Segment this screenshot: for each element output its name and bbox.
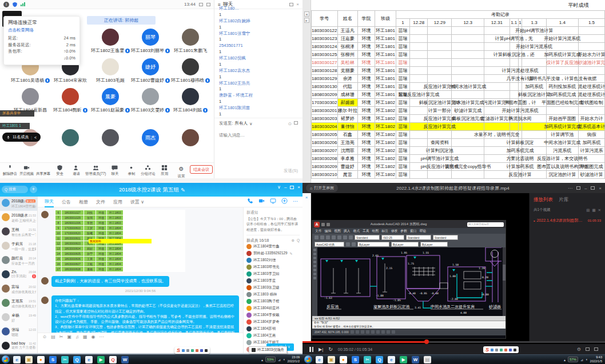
conversation-item[interactable]: 王旭东 19:51 成功接收离线文件 bbox=[0, 297, 37, 311]
taskbar-app-icon[interactable]: e bbox=[388, 356, 395, 363]
conversation-item[interactable]: Zn. 20:04 [分享消息] 1 bbox=[0, 268, 37, 282]
sheet-cell[interactable] bbox=[484, 122, 510, 130]
image-icon[interactable]: ▦ bbox=[83, 334, 87, 339]
sheet-cell[interactable] bbox=[452, 66, 484, 74]
sheet-cell[interactable] bbox=[410, 106, 428, 114]
col-header-class[interactable]: 班级 bbox=[375, 10, 396, 26]
nav-forward-icon[interactable]: ▸ bbox=[304, 18, 309, 23]
participant-tile[interactable]: 环工1803文雯婷 bbox=[130, 88, 170, 113]
more-menu-icon[interactable]: ⋯ bbox=[568, 186, 572, 191]
sheet-cell[interactable]: 管线图绘制 bbox=[578, 98, 604, 106]
toolbar-button[interactable]: 开启视频 bbox=[19, 165, 34, 177]
sheet-cell[interactable] bbox=[452, 122, 484, 130]
start-button[interactable] bbox=[304, 355, 312, 363]
sheet-cell[interactable]: 余涛 bbox=[337, 74, 358, 82]
sender-avatar[interactable] bbox=[41, 297, 49, 304]
sheet-cell[interactable] bbox=[578, 106, 604, 114]
sheet-cell[interactable]: 平面布置图，计 bbox=[518, 98, 522, 106]
sheet-cell[interactable] bbox=[484, 170, 510, 178]
sheet-cell[interactable]: 党丽豪 bbox=[337, 66, 358, 74]
taskbar-app-icon[interactable]: Q bbox=[376, 356, 383, 363]
sheet-cell[interactable]: 反应池计算 bbox=[518, 170, 522, 178]
sheet-cell[interactable]: 环境 bbox=[358, 42, 375, 50]
toolbar-button[interactable]: 邀请 bbox=[69, 165, 84, 177]
sheet-cell[interactable]: 环境 bbox=[358, 114, 375, 122]
more-icon[interactable]: ⋯ bbox=[293, 198, 298, 204]
attendance-header[interactable]: 考勤记录 bbox=[396, 10, 604, 18]
sheet-cell[interactable]: 李卓雅 bbox=[337, 154, 358, 162]
sheet-cell[interactable] bbox=[428, 26, 452, 34]
sheet-cell[interactable]: 苗瑞 bbox=[396, 130, 409, 138]
add-folder-icon[interactable]: ▦ bbox=[592, 208, 595, 213]
volume-tray-icon[interactable]: ◖ bbox=[283, 358, 285, 361]
member-row[interactable]: 环工1803张卫婕 bbox=[246, 285, 300, 291]
taskbar-app-icon[interactable]: ▤ bbox=[424, 356, 431, 363]
chat-input[interactable] bbox=[214, 131, 302, 139]
sheet-cell[interactable]: 环境 bbox=[358, 82, 375, 90]
sheet-cell[interactable]: 计算斜板沉淀 bbox=[518, 138, 522, 146]
sender-name[interactable]: 环工1802白婉婷 bbox=[219, 18, 298, 25]
conversation-item[interactable]: 颜红云 20:14 应该是十一月的 bbox=[0, 254, 37, 268]
member-row[interactable]: 环工1803陶子橙 bbox=[246, 298, 300, 305]
player-progress-dot[interactable] bbox=[424, 339, 429, 344]
close-icon[interactable]: × bbox=[296, 2, 299, 7]
sheet-cell[interactable]: 张桐泽 bbox=[337, 42, 358, 50]
sheet-cell[interactable]: 反应池计算完成 bbox=[428, 114, 452, 122]
sheet-cell[interactable] bbox=[428, 50, 452, 58]
next-button[interactable]: ▶| bbox=[319, 347, 323, 352]
network-signal-icon[interactable] bbox=[21, 2, 25, 6]
sheet-cell[interactable] bbox=[510, 82, 518, 90]
sheet-cell[interactable]: 环境 bbox=[358, 106, 375, 114]
sheet-cell[interactable]: 中间水池计算完成 bbox=[452, 82, 484, 90]
qq-tab[interactable]: 文件 bbox=[96, 197, 105, 207]
participant-tile[interactable]: 婕妤 环工1802曹婕妤 bbox=[130, 58, 170, 83]
sheet-cell[interactable]: 环境 bbox=[358, 130, 375, 138]
sheet-cell[interactable]: 1803030128 bbox=[312, 66, 338, 74]
sheet-cell[interactable]: 1803030203 bbox=[312, 114, 338, 122]
sheet-cell[interactable]: 图布置以及说明书构筑物 bbox=[546, 162, 578, 170]
sheet-cell[interactable]: 曹婕妤 bbox=[337, 162, 358, 170]
sheet-cell[interactable]: 娜尔·叶拉 bbox=[337, 106, 358, 114]
sheet-cell[interactable] bbox=[410, 138, 428, 146]
sheet-cell[interactable] bbox=[578, 34, 604, 42]
taskbar-app-icon[interactable]: e bbox=[316, 356, 323, 363]
sheet-cell[interactable]: 苗瑞 bbox=[396, 58, 409, 66]
sheet-cell[interactable]: pH调节池计算完成 bbox=[428, 154, 452, 162]
participant-tile[interactable]: 环工1801朱鹏飞 bbox=[170, 29, 210, 54]
sheet-cell[interactable]: 1803030124 bbox=[312, 42, 338, 50]
sheet-cell[interactable] bbox=[452, 138, 484, 146]
progress-track[interactable] bbox=[302, 341, 605, 343]
member-row[interactable]: 环工1802刘佳 bbox=[246, 257, 300, 264]
sheet-cell[interactable]: 苗瑞 bbox=[396, 34, 409, 42]
sheet-cell[interactable]: 沉淀池的计算 bbox=[546, 170, 578, 178]
sheet-cell[interactable]: 环工1801 bbox=[375, 58, 396, 66]
sheet-cell[interactable]: 计算调节池 bbox=[546, 130, 578, 138]
sheet-cell[interactable] bbox=[410, 130, 428, 138]
sheet-cell[interactable]: 苗瑞 bbox=[396, 170, 409, 178]
sheet-cell[interactable]: 1803030129 bbox=[312, 74, 338, 82]
sogou-tool-icon[interactable] bbox=[200, 349, 203, 352]
participant-tile[interactable]: 丽琴 环工1803刘丽琴 bbox=[130, 29, 170, 54]
fullscreen-icon[interactable] bbox=[199, 3, 203, 6]
mic-icon[interactable]: ◉ bbox=[91, 334, 95, 339]
file-icon[interactable]: ▣ bbox=[67, 334, 71, 339]
sheet-cell[interactable]: 加药系统计算完成 bbox=[546, 122, 578, 130]
sheet-cell[interactable] bbox=[546, 106, 578, 114]
member-row[interactable]: 环工1804罗梦奇 bbox=[246, 319, 300, 326]
music-icon[interactable]: ♫ bbox=[75, 334, 79, 339]
sheet-cell[interactable] bbox=[410, 170, 428, 178]
open-main-button[interactable]: ⌂打开主界面 bbox=[306, 184, 338, 192]
taskbar-app-icon[interactable]: ▣ bbox=[328, 356, 335, 363]
sheet-cell[interactable]: 污泥系统 bbox=[546, 146, 578, 154]
sheet-cell[interactable] bbox=[452, 42, 484, 50]
chevron-down-icon[interactable]: ∨ bbox=[249, 121, 253, 126]
sender-avatar[interactable] bbox=[41, 277, 49, 285]
sheet-cell[interactable]: 清水池计算完成 bbox=[452, 98, 484, 106]
conversation-item[interactable]: 王根 21:51 有任务后再发一下 bbox=[0, 225, 37, 239]
conversation-item[interactable]: 富瑞 20:02 成功接收离线文件“… bbox=[0, 282, 37, 297]
sender-name[interactable]: 环工1802王浩亮 bbox=[219, 81, 298, 87]
sheet-cell[interactable] bbox=[410, 74, 428, 82]
chat-history-area[interactable]: 6 1803001027 刘悦 环境 环工1803 计算书断面、剩余校核完成、调… bbox=[38, 207, 243, 343]
sheet-cell[interactable]: 开始画平面图 bbox=[546, 114, 578, 122]
sheet-cell[interactable]: 环境 bbox=[358, 26, 375, 34]
